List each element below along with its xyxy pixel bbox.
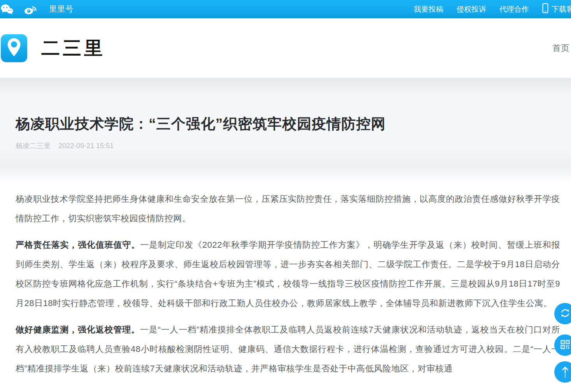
qrcode-icon	[560, 339, 571, 352]
paragraph: 做好健康监测，强化返校管理。一是“一人一档”精准摸排全体教职工及临聘人员返校前连…	[16, 320, 560, 378]
author-name[interactable]: 杨凌二三里	[16, 141, 51, 150]
topbar-link-download[interactable]: 下载客户端	[542, 3, 571, 15]
topbar-download-label: 下载客户端	[552, 4, 571, 14]
qrcode-button[interactable]	[554, 334, 571, 356]
paragraph-lead: 严格责任落实，强化值班值守。	[16, 240, 140, 250]
site-logo[interactable]	[1, 34, 27, 62]
topbar: 里里号 我要投稿 侵权投诉 代理合作 下载客户端	[0, 0, 571, 18]
back-to-top-icon	[560, 365, 571, 379]
topbar-link-submit[interactable]: 我要投稿	[414, 4, 443, 14]
refresh-button[interactable]	[554, 303, 571, 324]
byline: 杨凌二三里 2022-09-21 15:51	[16, 141, 555, 150]
weibo-icon[interactable]	[24, 4, 37, 15]
floating-button-stack	[554, 303, 571, 383]
article-body: 杨凌职业技术学院坚持把师生身体健康和生命安全放在第一位，压紧压实防控责任，落实落…	[0, 181, 571, 378]
paragraph-text: 杨凌职业技术学院坚持把师生身体健康和生命安全放在第一位，压紧压实防控责任，落实落…	[16, 194, 560, 223]
topbar-share-group: 里里号	[0, 4, 74, 15]
site-logo-text: 二三里	[41, 36, 105, 61]
topbar-links: 我要投稿 侵权投诉 代理合作 下载客户端	[414, 0, 571, 18]
wechat-icon[interactable]	[1, 4, 13, 14]
paragraph-lead: 做好健康监测，强化返校管理。	[16, 325, 140, 334]
paragraph: 严格责任落实，强化值班值守。一是制定印发《2022年秋季学期开学疫情防控工作方案…	[16, 235, 560, 313]
page-title: 杨凌职业技术学院：“三个强化”织密筑牢校园疫情防控网	[16, 116, 555, 133]
nav-home[interactable]: 首页	[552, 42, 569, 54]
article-header-section: 杨凌职业技术学院：“三个强化”织密筑牢校园疫情防控网 杨凌二三里 2022-09…	[0, 78, 571, 181]
topbar-link-agency[interactable]: 代理合作	[499, 4, 529, 14]
publish-timestamp: 2022-09-21 15:51	[58, 142, 114, 150]
back-to-top-button[interactable]	[554, 361, 571, 383]
site-header: 二三里 首页	[0, 18, 571, 78]
phone-icon	[542, 3, 548, 15]
location-pin-icon	[6, 38, 22, 59]
refresh-icon	[559, 307, 571, 320]
paragraph-text: 一是制定印发《2022年秋季学期开学疫情防控工作方案》，明确学生开学及返（来）校…	[16, 240, 560, 308]
topbar-link-complaint[interactable]: 侵权投诉	[457, 4, 486, 14]
topbar-brand[interactable]: 里里号	[49, 4, 74, 14]
paragraph: 杨凌职业技术学院坚持把师生身体健康和生命安全放在第一位，压紧压实防控责任，落实落…	[16, 189, 560, 228]
